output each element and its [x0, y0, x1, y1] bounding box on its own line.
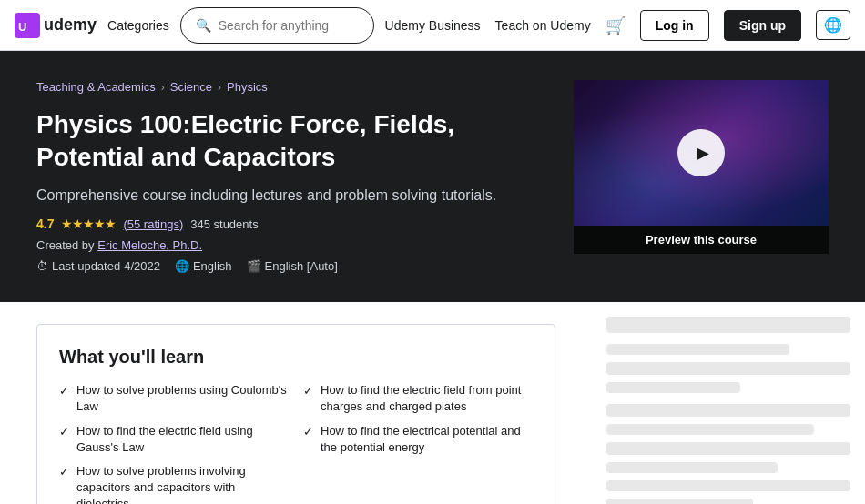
- learn-item-2: ✓ How to find the electric field from po…: [303, 382, 533, 415]
- clock-icon: ⏱: [36, 259, 48, 273]
- nav-links: Udemy Business Teach on Udemy 🛒 Log in S…: [385, 10, 850, 41]
- login-button[interactable]: Log in: [640, 10, 709, 41]
- captions: 🎬 English [Auto]: [247, 259, 338, 273]
- skeleton-row-8: [606, 462, 778, 473]
- logo-text: udemy: [44, 15, 97, 35]
- learn-item-1: ✓ How to solve problems using Coulomb's …: [59, 382, 289, 415]
- video-label[interactable]: Preview this course: [574, 226, 829, 254]
- breadcrumb-teaching[interactable]: Teaching & Academics: [36, 80, 156, 94]
- logo[interactable]: U udemy: [15, 13, 97, 38]
- sidebar-content: Training 5 or more people?: [592, 302, 865, 504]
- globe-icon: 🌐: [175, 259, 189, 273]
- learn-item-4: ✓ How to find the electrical potential a…: [303, 423, 533, 456]
- captions-icon: 🎬: [247, 259, 261, 273]
- check-icon-5: ✓: [59, 464, 69, 480]
- learn-item-3: ✓ How to find the electric field using G…: [59, 423, 289, 456]
- hero-content: Teaching & Academics › Science › Physics…: [36, 80, 544, 273]
- breadcrumb-sep-2: ›: [218, 81, 221, 94]
- main-layout: What you'll learn ✓ How to solve problem…: [0, 302, 865, 504]
- check-icon-2: ✓: [303, 383, 313, 399]
- rating-count[interactable]: (55 ratings): [123, 217, 183, 231]
- breadcrumb: Teaching & Academics › Science › Physics: [36, 80, 544, 94]
- video-thumbnail[interactable]: [574, 80, 829, 226]
- teach-link[interactable]: Teach on Udemy: [495, 18, 591, 33]
- right-column: Training 5 or more people?: [592, 302, 865, 504]
- check-icon-3: ✓: [59, 424, 69, 440]
- categories-button[interactable]: Categories: [107, 18, 169, 33]
- stars: ★★★★★: [61, 217, 116, 231]
- rating-number: 4.7: [36, 217, 54, 231]
- rating-row: 4.7 ★★★★★ (55 ratings) 345 students: [36, 217, 544, 231]
- check-icon-4: ✓: [303, 424, 313, 440]
- search-bar[interactable]: 🔍: [180, 7, 374, 44]
- course-title: Physics 100:Electric Force, Fields, Pote…: [36, 108, 544, 175]
- learn-item-5: ✓ How to solve problems involving capaci…: [59, 463, 289, 504]
- language: 🌐 English: [175, 259, 232, 273]
- signup-button[interactable]: Sign up: [724, 10, 801, 41]
- skeleton-row-4: [606, 382, 740, 393]
- learn-title: What you'll learn: [59, 347, 533, 368]
- skeleton-row-10: [606, 499, 753, 504]
- learn-box: What you'll learn ✓ How to solve problem…: [36, 324, 555, 504]
- hero-section: Teaching & Academics › Science › Physics…: [0, 51, 865, 302]
- left-column: What you'll learn ✓ How to solve problem…: [0, 302, 592, 504]
- breadcrumb-physics[interactable]: Physics: [227, 80, 268, 94]
- skeleton-row-1: [606, 317, 850, 333]
- breadcrumb-science[interactable]: Science: [170, 80, 212, 94]
- learn-grid: ✓ How to solve problems using Coulomb's …: [59, 382, 533, 504]
- svg-text:U: U: [18, 20, 26, 34]
- check-icon-1: ✓: [59, 383, 69, 399]
- author-link[interactable]: Eric Meloche, Ph.D.: [97, 238, 202, 252]
- udemy-business-link[interactable]: Udemy Business: [385, 18, 481, 33]
- skeleton-row-6: [606, 424, 814, 435]
- created-by: Created by Eric Meloche, Ph.D.: [36, 238, 544, 252]
- skeleton-row-3: [606, 362, 850, 375]
- search-icon: 🔍: [196, 18, 211, 33]
- skeleton-row-5: [606, 404, 850, 417]
- search-input[interactable]: [219, 18, 359, 33]
- last-updated: ⏱ Last updated 4/2022: [36, 259, 160, 273]
- breadcrumb-sep-1: ›: [161, 81, 165, 94]
- hero-meta: ⏱ Last updated 4/2022 🌐 English 🎬 Englis…: [36, 259, 544, 273]
- cart-icon[interactable]: 🛒: [606, 15, 626, 35]
- course-subtitle: Comprehensive course including lectures …: [36, 186, 544, 206]
- language-selector[interactable]: 🌐: [816, 10, 850, 40]
- students-count: 345 students: [190, 217, 258, 231]
- play-button[interactable]: [677, 129, 725, 176]
- navbar: U udemy Categories 🔍 Udemy Business Teac…: [0, 0, 865, 51]
- skeleton-row-9: [606, 480, 850, 491]
- skeleton-row-7: [606, 442, 850, 455]
- video-preview: Preview this course: [574, 80, 829, 273]
- skeleton-row-2: [606, 344, 789, 355]
